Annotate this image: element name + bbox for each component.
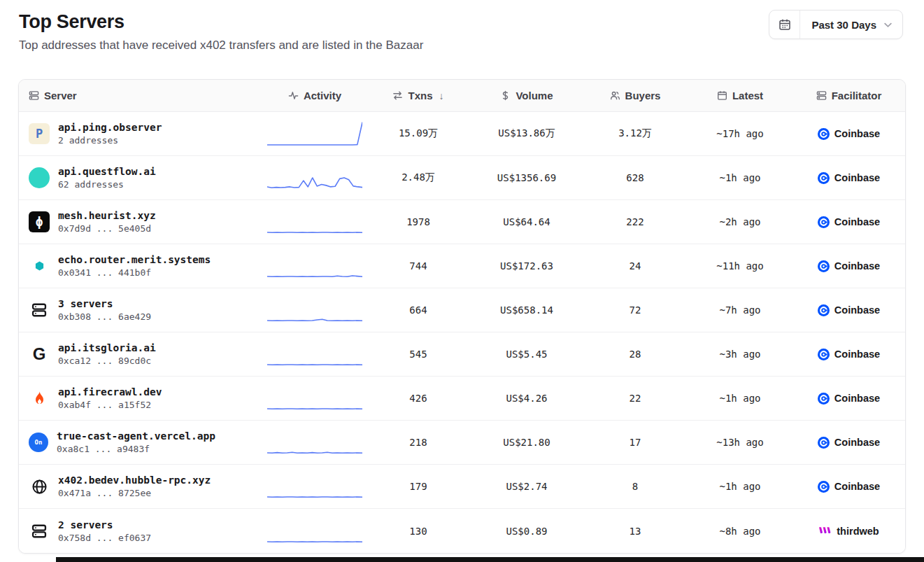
txns-value: 2.48万 [366,156,471,199]
txns-value: 15.09万 [366,112,471,155]
server-address: 0x471a ... 8725ee [58,488,211,500]
questflow-logo-icon [29,167,50,188]
latest-value: ~17h ago [688,112,792,155]
volume-value: US$0.89 [471,509,583,553]
server-cell: P api.ping.observer 2 addresses [19,112,264,155]
buyers-value: 17 [583,421,688,464]
server-icon [816,90,827,101]
server-cell: echo.router.merit.systems 0x0341 ... 441… [19,244,264,288]
server-cell: 3 servers 0xb308 ... 6ae429 [19,288,264,332]
activity-sparkline [264,200,366,244]
volume-value: US$4.26 [471,377,583,420]
facilitator-label: Coinbase [834,216,880,227]
server-cell: x402.bedev.hubble-rpc.xyz 0x471a ... 872… [19,465,264,508]
activity-sparkline [264,112,366,155]
activity-sparkline [264,377,366,420]
gloria-logo-icon: G [29,344,50,365]
column-label: Server [44,90,77,101]
table-row[interactable]: ϕ mesh.heurist.xyz 0x7d9d ... 5e405d 197… [19,200,905,244]
facilitator-label: thirdweb [837,526,879,537]
server-name: true-cast-agent.vercel.app [57,429,215,444]
volume-value: US$21.80 [471,421,583,464]
volume-value: US$658.14 [471,288,583,332]
table-header-row: Server Activity Txns ↓ Volume Buyers [19,80,905,112]
facilitator-badge-coinbase: Coinbase [818,349,880,360]
server-address: 2 addresses [58,135,162,147]
buyers-value: 22 [583,377,688,420]
ping-observer-logo-icon: P [29,123,50,144]
page-subtitle: Top addresses that have received x402 tr… [19,38,903,52]
server-name: x402.bedev.hubble-rpc.xyz [58,473,211,488]
date-range-value[interactable]: Past 30 Days [800,10,902,38]
dollar-icon [500,90,511,101]
server-name: 3 servers [58,297,151,311]
latest-value: ~1h ago [688,465,792,508]
coinbase-logo-icon [818,481,830,493]
column-header-latest: Latest [688,80,792,111]
column-header-server: Server [19,80,264,111]
latest-value: ~11h ago [688,244,792,288]
latest-value: ~3h ago [688,332,792,376]
table-row[interactable]: api.firecrawl.dev 0xab4f ... a15f52 426 … [19,377,905,421]
latest-value: ~1h ago [688,377,792,420]
table-row[interactable]: echo.router.merit.systems 0x0341 ... 441… [19,244,905,288]
facilitator-label: Coinbase [834,128,880,139]
table-row[interactable]: G api.itsgloria.ai 0xca12 ... 89cd0c 545… [19,332,905,377]
coinbase-logo-icon [818,437,830,449]
facilitator-cell: thirdweb [792,509,905,553]
coinbase-logo-icon [818,260,830,272]
table-body: P api.ping.observer 2 addresses 15.09万 U… [19,112,905,553]
volume-value: US$5.45 [471,332,583,376]
server-address: 62 addresses [58,179,156,191]
server-address: 0x758d ... ef0637 [58,533,151,545]
facilitator-cell: Coinbase [792,200,905,244]
buyers-icon [610,90,620,101]
buyers-value: 8 [583,465,688,508]
activity-sparkline [264,288,366,332]
latest-value: ~1h ago [688,156,792,199]
top-servers-table: Server Activity Txns ↓ Volume Buyers [18,79,906,554]
server-address: 0x0341 ... 441b0f [58,267,211,279]
server-icon [29,90,39,101]
volume-value: US$13.86万 [471,112,583,155]
column-label: Buyers [625,90,661,101]
activity-sparkline [264,465,366,508]
server-address: 0xab4f ... a15f52 [58,400,162,412]
window-bottom-edge [56,557,924,562]
firecrawl-flame-icon [29,388,50,409]
txns-value: 664 [366,288,471,332]
table-row[interactable]: 2 servers 0x758d ... ef0637 130 US$0.89 … [19,509,905,553]
facilitator-cell: Coinbase [792,377,905,420]
txns-value: 744 [366,244,471,288]
column-label: Latest [732,90,763,101]
server-address: 0xca12 ... 89cd0c [58,356,156,367]
latest-value: ~7h ago [688,288,792,332]
facilitator-cell: Coinbase [792,332,905,376]
txns-value: 545 [366,332,471,376]
server-cell: ϕ mesh.heurist.xyz 0x7d9d ... 5e405d [19,200,264,244]
calendar-icon[interactable] [769,10,800,38]
table-row[interactable]: 3 servers 0xb308 ... 6ae429 664 US$658.1… [19,288,905,332]
server-cell: 2 servers 0x758d ... ef0637 [19,509,264,553]
servers-stack-icon [29,300,50,321]
buyers-value: 628 [583,156,688,199]
facilitator-cell: Coinbase [792,421,905,464]
table-row[interactable]: x402.bedev.hubble-rpc.xyz 0x471a ... 872… [19,465,905,509]
facilitator-badge-coinbase: Coinbase [818,128,880,140]
sort-desc-arrow-icon[interactable]: ↓ [439,90,444,101]
table-row[interactable]: On true-cast-agent.vercel.app 0xa8c1 ...… [19,421,905,465]
facilitator-badge-coinbase: Coinbase [818,172,880,184]
table-row[interactable]: P api.ping.observer 2 addresses 15.09万 U… [19,112,905,156]
facilitator-badge-coinbase: Coinbase [818,437,880,449]
column-header-txns[interactable]: Txns ↓ [366,80,471,111]
server-cell: api.firecrawl.dev 0xab4f ... a15f52 [19,377,264,420]
facilitator-badge-coinbase: Coinbase [818,304,880,316]
volume-value: US$172.63 [471,244,583,288]
latest-value: ~2h ago [688,200,792,244]
facilitator-cell: Coinbase [792,156,905,199]
activity-sparkline [264,509,366,553]
server-address: 0x7d9d ... 5e405d [58,223,156,235]
date-range-picker[interactable]: Past 30 Days [769,10,903,39]
txns-value: 130 [366,509,471,553]
table-row[interactable]: api.questflow.ai 62 addresses 2.48万 US$1… [19,156,905,200]
